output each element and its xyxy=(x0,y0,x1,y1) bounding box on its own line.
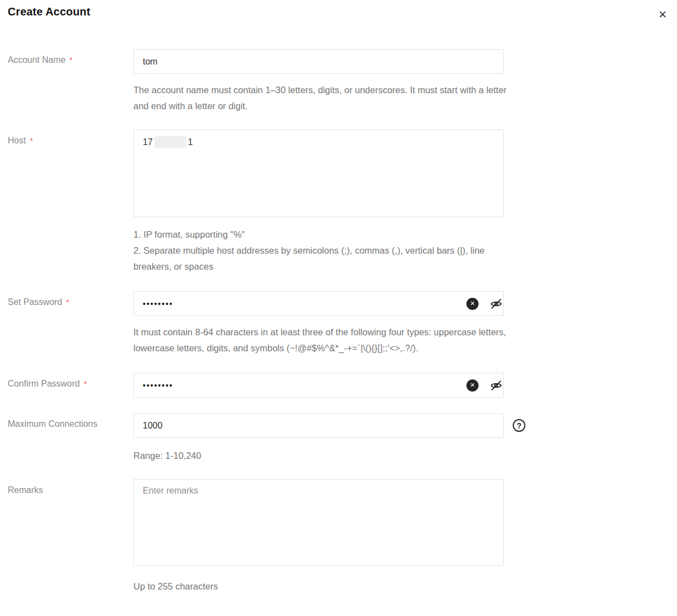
remarks-help: Up to 255 characters xyxy=(133,578,514,594)
set-password-control: ✕ It must contain 8-64 characters in at … xyxy=(133,291,514,356)
help-question-icon[interactable]: ? xyxy=(513,419,525,432)
confirm-password-icons: ✕ xyxy=(466,373,503,398)
account-name-help: The account name must contain 1–30 lette… xyxy=(133,82,514,114)
remarks-textarea[interactable] xyxy=(133,479,504,566)
host-value-suffix: 1 xyxy=(188,137,193,147)
host-label-col: Host* xyxy=(8,130,133,146)
eye-slash-icon[interactable] xyxy=(490,297,503,310)
dialog-header: Create Account ✕ xyxy=(8,6,677,26)
maximum-connections-row: Maximum Connections ? Range: 1-10,240 xyxy=(8,413,677,464)
redacted-blur-box xyxy=(154,136,186,148)
eye-slash-icon[interactable] xyxy=(490,379,503,392)
set-password-help: It must contain 8-64 characters in at le… xyxy=(133,324,514,356)
maximum-connections-input[interactable] xyxy=(133,413,504,438)
set-password-label-col: Set Password* xyxy=(8,291,133,307)
close-icon[interactable]: ✕ xyxy=(656,8,669,21)
maximum-connections-help: Range: 1-10,240 xyxy=(133,448,514,464)
confirm-password-label-col: Confirm Password* xyxy=(8,373,133,389)
host-row: Host* 171 1. IP format, supporting "%" 2… xyxy=(8,130,677,275)
required-asterisk: * xyxy=(84,379,87,388)
maximum-connections-label-col: Maximum Connections xyxy=(8,413,133,429)
host-help-line2: 2. Separate multiple host addresses by s… xyxy=(133,243,514,275)
clear-circle-icon[interactable]: ✕ xyxy=(466,379,479,392)
remarks-row: Remarks Up to 255 characters xyxy=(8,479,677,594)
required-asterisk: * xyxy=(69,55,73,65)
set-password-input[interactable] xyxy=(133,291,504,316)
host-help: 1. IP format, supporting "%" 2. Separate… xyxy=(133,227,514,275)
confirm-password-input[interactable] xyxy=(133,373,504,398)
host-control: 171 1. IP format, supporting "%" 2. Sepa… xyxy=(133,130,514,275)
create-account-dialog: Create Account ✕ Account Name* The accou… xyxy=(0,0,677,616)
host-textarea[interactable]: 171 xyxy=(133,130,504,217)
confirm-password-label: Confirm Password xyxy=(8,379,80,388)
required-asterisk: * xyxy=(30,136,33,145)
page-title: Create Account xyxy=(8,6,677,18)
remarks-label: Remarks xyxy=(8,485,43,495)
account-name-label: Account Name xyxy=(8,55,66,65)
maximum-connections-control: ? Range: 1-10,240 xyxy=(133,413,514,464)
confirm-password-row: Confirm Password* ✕ xyxy=(8,373,677,398)
set-password-icons: ✕ xyxy=(466,291,503,316)
set-password-row: Set Password* ✕ It must contain 8-64 cha… xyxy=(8,291,677,356)
required-asterisk: * xyxy=(66,297,69,307)
host-help-line1: 1. IP format, supporting "%" xyxy=(133,227,514,243)
clear-circle-icon[interactable]: ✕ xyxy=(466,298,479,310)
host-value-prefix: 17 xyxy=(143,137,153,147)
remarks-control: Up to 255 characters xyxy=(133,479,514,594)
host-label: Host xyxy=(8,136,26,145)
account-name-row: Account Name* The account name must cont… xyxy=(8,49,677,114)
maximum-connections-label: Maximum Connections xyxy=(8,419,98,428)
set-password-label: Set Password xyxy=(8,297,62,307)
account-name-control: The account name must contain 1–30 lette… xyxy=(133,49,514,114)
account-name-input[interactable] xyxy=(133,49,504,74)
remarks-label-col: Remarks xyxy=(8,479,133,495)
account-name-label-col: Account Name* xyxy=(8,49,133,65)
confirm-password-control: ✕ xyxy=(133,373,514,398)
